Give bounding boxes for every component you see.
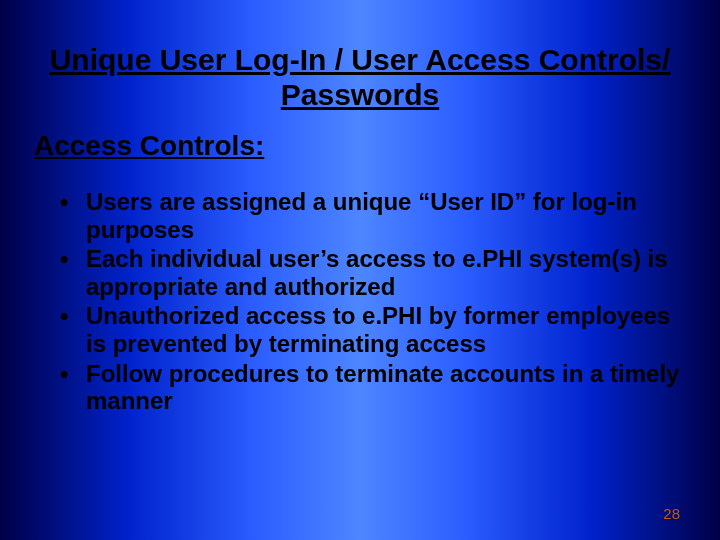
page-number: 28 — [663, 505, 680, 522]
list-item: Each individual user’s access to e.PHI s… — [60, 245, 680, 300]
list-item: Follow procedures to terminate accounts … — [60, 360, 680, 415]
bullet-list: Users are assigned a unique “User ID” fo… — [60, 188, 680, 417]
list-item: Users are assigned a unique “User ID” fo… — [60, 188, 680, 243]
slide-title: Unique User Log-In / User Access Control… — [30, 43, 690, 112]
slide: Unique User Log-In / User Access Control… — [0, 0, 720, 540]
slide-subtitle: Access Controls: — [34, 130, 264, 162]
list-item: Unauthorized access to e.PHI by former e… — [60, 302, 680, 357]
